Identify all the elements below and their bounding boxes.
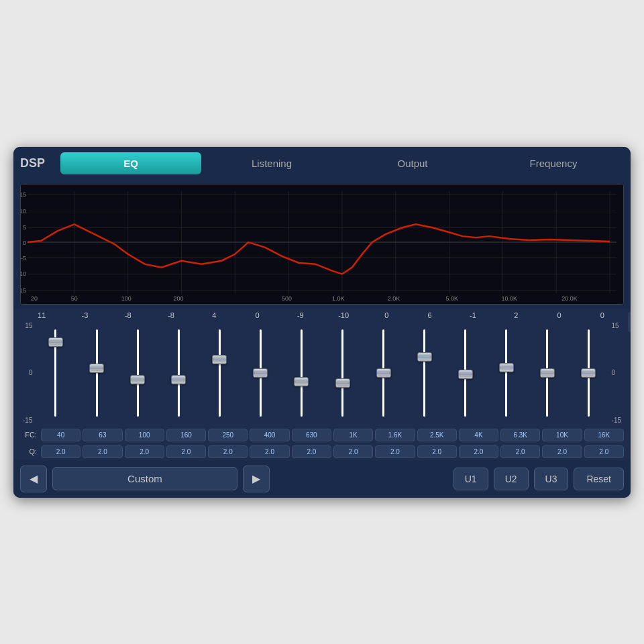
fader-track-3[interactable]	[178, 329, 180, 417]
fader-handle-1[interactable]	[89, 364, 104, 373]
fc-badge-5[interactable]: 400	[250, 429, 289, 441]
q-badge-12[interactable]: 2.0	[542, 445, 582, 458]
reset-button[interactable]: Reset	[574, 468, 624, 490]
u1-button[interactable]: U1	[453, 468, 488, 490]
fc-badge-2[interactable]: 100	[125, 429, 164, 441]
svg-text:10: 10	[21, 207, 26, 214]
svg-text:50: 50	[71, 295, 78, 302]
q-badge-9[interactable]: 2.0	[417, 445, 457, 458]
fader-handle-11[interactable]	[499, 363, 514, 372]
fc-badge-0[interactable]: 40	[41, 429, 80, 441]
fader-value-11: 2	[494, 311, 537, 319]
fc-badge-12[interactable]: 10K	[542, 429, 582, 441]
tab-eq[interactable]: EQ	[60, 152, 201, 174]
fader-channel-1	[76, 322, 117, 424]
scale-mid-right: 0	[612, 369, 621, 376]
svg-text:-5: -5	[21, 254, 26, 261]
app-container: DSP EQ Listening Output Frequency	[0, 0, 644, 644]
q-badge-2[interactable]: 2.0	[125, 445, 164, 458]
fader-handle-0[interactable]	[48, 337, 63, 347]
fader-handle-12[interactable]	[540, 368, 555, 378]
scale-top-left: 15	[23, 322, 32, 329]
q-badge-13[interactable]: 2.0	[584, 445, 624, 458]
fader-handle-13[interactable]	[581, 368, 596, 378]
fader-channel-7	[322, 322, 363, 424]
fader-track-2[interactable]	[137, 329, 139, 417]
fader-track-1[interactable]	[96, 329, 98, 417]
fader-handle-10[interactable]	[458, 370, 473, 379]
fc-badge-9[interactable]: 2.5K	[417, 429, 457, 441]
u3-button[interactable]: U3	[534, 468, 569, 490]
fc-badge-4[interactable]: 250	[208, 429, 248, 441]
fader-value-7: -10	[322, 311, 365, 319]
q-badge-4[interactable]: 2.0	[208, 445, 248, 458]
fader-track-5[interactable]	[260, 329, 262, 417]
fader-handle-8[interactable]	[376, 368, 391, 378]
u2-button[interactable]: U2	[494, 468, 529, 490]
fc-badge-10[interactable]: 4K	[459, 429, 498, 441]
svg-text:15: 15	[21, 191, 26, 197]
fader-handle-2[interactable]	[130, 375, 145, 384]
fader-handle-5[interactable]	[253, 368, 268, 378]
fader-value-2: -8	[107, 311, 150, 319]
fader-value-10: -1	[451, 311, 494, 319]
fader-handle-9[interactable]	[417, 352, 432, 362]
q-badge-8[interactable]: 2.0	[375, 445, 415, 458]
fader-handle-4[interactable]	[212, 355, 227, 364]
fader-track-6[interactable]	[301, 329, 303, 417]
fc-badge-6[interactable]: 630	[292, 429, 331, 441]
fader-channel-3	[158, 322, 199, 424]
svg-text:20.0K: 20.0K	[561, 295, 577, 302]
fader-track-8[interactable]	[382, 329, 384, 417]
fader-track-12[interactable]	[546, 329, 548, 417]
tab-frequency[interactable]: Frequency	[483, 152, 624, 174]
svg-text:5.0K: 5.0K	[446, 295, 459, 302]
q-badge-1[interactable]: 2.0	[83, 445, 122, 458]
q-badge-10[interactable]: 2.0	[459, 445, 498, 458]
q-badge-3[interactable]: 2.0	[166, 445, 206, 458]
fader-channel-5	[240, 322, 281, 424]
svg-text:100: 100	[121, 295, 131, 302]
fader-value-9: 6	[409, 311, 451, 319]
fc-badge-1[interactable]: 63	[83, 429, 122, 441]
preset-label: Custom	[52, 467, 237, 490]
fader-channel-6	[281, 322, 322, 424]
fc-badge-7[interactable]: 1K	[333, 429, 373, 441]
fader-channel-11	[486, 322, 527, 424]
q-badge-0[interactable]: 2.0	[41, 445, 80, 458]
fader-track-11[interactable]	[505, 329, 507, 417]
fc-badge-11[interactable]: 6.3K	[500, 429, 540, 441]
fader-handle-3[interactable]	[171, 375, 186, 384]
fc-badge-3[interactable]: 160	[166, 429, 206, 441]
q-badge-7[interactable]: 2.0	[333, 445, 373, 458]
fader-track-10[interactable]	[464, 329, 466, 417]
tab-output[interactable]: Output	[342, 152, 483, 174]
q-label: Q:	[20, 447, 39, 455]
bottom-controls: ◀ Custom ▶ U1 U2 U3 Reset	[13, 460, 631, 498]
fader-channel-4	[199, 322, 240, 424]
faders-row: 15 0 -15 15 0 -15	[20, 319, 624, 427]
chevron-right-icon[interactable]: ›	[628, 312, 631, 332]
q-badge-6[interactable]: 2.0	[292, 445, 331, 458]
fader-track-7[interactable]	[341, 329, 343, 417]
fader-channel-12	[527, 322, 568, 424]
fader-track-13[interactable]	[588, 329, 590, 417]
fc-badge-13[interactable]: 16K	[584, 429, 624, 441]
next-button[interactable]: ▶	[243, 466, 270, 492]
fc-badge-8[interactable]: 1.6K	[375, 429, 415, 441]
fader-value-0: 11	[20, 311, 63, 319]
prev-button[interactable]: ◀	[20, 466, 47, 492]
fader-handle-7[interactable]	[335, 378, 350, 388]
scale-bot-right: -15	[612, 417, 621, 424]
eq-graph: 15 10 5 0 -5 -10 -15 20 50 100 200 500 1…	[20, 184, 624, 305]
faders-inner	[35, 322, 608, 424]
fader-track-0[interactable]	[54, 329, 56, 417]
fader-track-4[interactable]	[219, 329, 221, 417]
q-badge-11[interactable]: 2.0	[500, 445, 540, 458]
tab-listening[interactable]: Listening	[201, 152, 342, 174]
fader-value-3: -8	[150, 311, 193, 319]
fader-handle-6[interactable]	[294, 377, 309, 386]
fader-track-9[interactable]	[423, 329, 425, 417]
fc-label: FC:	[20, 431, 39, 439]
q-badge-5[interactable]: 2.0	[250, 445, 289, 458]
